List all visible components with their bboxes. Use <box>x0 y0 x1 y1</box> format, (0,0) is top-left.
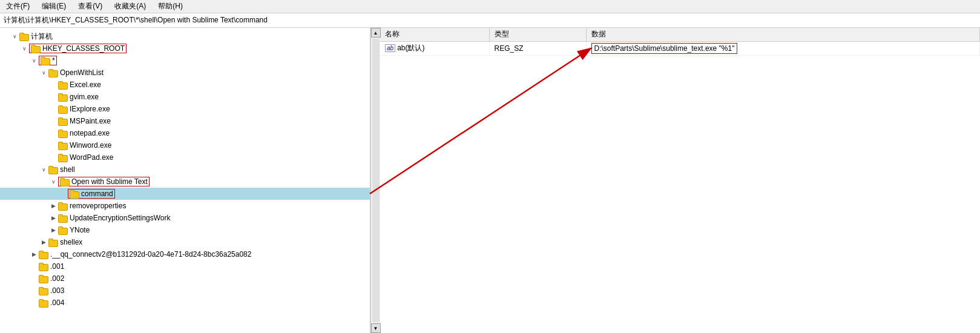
folder-icon-004 <box>39 298 48 307</box>
table-row[interactable]: abab(默认) REG_SZ D:\softParts\Sublime\sub… <box>380 41 980 55</box>
expand-icon-shellex: ▶ <box>39 237 48 247</box>
tree-label-command: command <box>81 190 113 198</box>
data-panel: 名称 类型 数据 abab(默认) REG_SZ D:\softParts\Su… <box>380 28 980 333</box>
tree-item-003[interactable]: ▶ .003 <box>0 285 370 297</box>
expand-icon-ynote: ▶ <box>48 225 58 235</box>
ab-icon: ab <box>385 44 395 52</box>
tree-item-shell[interactable]: ∨ shell <box>0 163 370 176</box>
tree-item-removeprops[interactable]: ▶ removeproperties <box>0 200 370 212</box>
folder-icon-sublime <box>60 177 70 186</box>
folder-icon-excel <box>58 81 68 89</box>
tree-item-002[interactable]: ▶ .002 <box>0 272 370 285</box>
folder-icon-gvim <box>58 93 68 101</box>
cell-value: D:\softParts\Sublime\sublime_text.exe "%… <box>586 41 980 55</box>
folder-icon-notepad <box>58 129 68 137</box>
menubar: 文件(F) 编辑(E) 查看(V) 收藏夹(A) 帮助(H) <box>0 0 980 13</box>
folder-icon-command <box>70 190 79 198</box>
folder-icon-mspaint <box>58 117 68 125</box>
address-label: 计算机 <box>4 15 25 25</box>
folder-icon-shell <box>48 165 58 174</box>
cell-name-text: ab(默认) <box>397 44 424 52</box>
tree-item-001[interactable]: ▶ .001 <box>0 260 370 272</box>
expand-icon-owlist: ∨ <box>39 68 48 77</box>
expand-icon-qqconnect: ▶ <box>29 249 39 259</box>
folder-icon-star <box>41 56 50 65</box>
folder-icon-001 <box>39 262 48 271</box>
value-highlight-box: D:\softParts\Sublime\sublime_text.exe "%… <box>591 43 738 54</box>
menu-file[interactable]: 文件(F) <box>2 1 33 12</box>
tree-label-iexplore: IExplore.exe <box>70 105 110 113</box>
folder-icon-qqconnect <box>39 250 48 259</box>
tree-item-winword[interactable]: ▶ Winword.exe <box>0 139 370 151</box>
tree-item-iexplore[interactable]: ▶ IExplore.exe <box>0 103 370 115</box>
tree-label-updateenc: UpdateEncryptionSettingsWork <box>70 214 171 222</box>
folder-icon-shellex <box>48 238 58 246</box>
folder-icon-winword <box>58 141 68 150</box>
address-path: 计算机\HKEY_CLASSES_ROOT\*\shell\Open with … <box>27 15 268 25</box>
tree-label-001: .001 <box>50 262 64 271</box>
tree-item-openwithsublime[interactable]: ∨ Open with Sublime Text <box>0 176 370 188</box>
tree-root[interactable]: ∨ 计算机 <box>0 30 370 42</box>
tree-label-star: * <box>52 56 55 65</box>
tree-label-sublime: Open with Sublime Text <box>71 177 148 186</box>
tree-item-gvim[interactable]: ▶ gvim.exe <box>0 91 370 103</box>
cell-type: REG_SZ <box>489 41 586 55</box>
tree-item-shellex[interactable]: ▶ shellex <box>0 236 370 248</box>
tree-label-shell: shell <box>60 165 75 174</box>
tree-item-command[interactable]: ▶ command <box>0 188 370 200</box>
expand-icon-removeprops: ▶ <box>48 201 58 211</box>
tree-label-004: .004 <box>50 298 64 307</box>
folder-icon-updateenc <box>58 214 68 222</box>
tree-label-wordpad: WordPad.exe <box>70 153 114 162</box>
expand-icon-updateenc: ▶ <box>48 213 58 223</box>
tree-label-owlist: OpenWithList <box>60 68 104 77</box>
tree-label-qqconnect: .__qq_connectv2@b131292d-0a20-4e71-8d24-… <box>50 250 251 259</box>
panel-wrapper: ∨ 计算机 ∨ HKEY_CLASSES_ROOT ∨ <box>0 28 380 333</box>
tree-item-updateenc[interactable]: ▶ UpdateEncryptionSettingsWork <box>0 212 370 224</box>
scroll-up-button[interactable]: ▲ <box>371 28 381 38</box>
expand-icon-star: ∨ <box>29 56 39 65</box>
col-header-data: 数据 <box>586 28 980 41</box>
folder-icon-wordpad <box>58 153 68 162</box>
scroll-down-button[interactable]: ▼ <box>371 323 381 333</box>
menu-help[interactable]: 帮助(H) <box>154 1 186 12</box>
registry-data-table: 名称 类型 数据 abab(默认) REG_SZ D:\softParts\Su… <box>380 28 980 56</box>
menu-view[interactable]: 查看(V) <box>74 1 106 12</box>
expand-icon-hkcr: ∨ <box>19 44 29 53</box>
tree-item-qqconnect[interactable]: ▶ .__qq_connectv2@b131292d-0a20-4e71-8d2… <box>0 248 370 260</box>
tree-item-ynote[interactable]: ▶ YNote <box>0 224 370 236</box>
folder-icon-hkcr <box>31 44 41 53</box>
tree-item-openwithlist[interactable]: ∨ OpenWithList <box>0 67 370 79</box>
tree-label-ynote: YNote <box>70 226 90 234</box>
tree-item-wordpad[interactable]: ▶ WordPad.exe <box>0 151 370 163</box>
tree-item-mspaint[interactable]: ▶ MSPaint.exe <box>0 115 370 127</box>
folder-icon-002 <box>39 274 48 283</box>
col-header-type: 类型 <box>489 28 586 41</box>
tree-label-winword: Winword.exe <box>70 141 111 150</box>
tree-item-hkcr[interactable]: ∨ HKEY_CLASSES_ROOT <box>0 42 370 54</box>
tree-item-excel[interactable]: ▶ Excel.exe <box>0 79 370 91</box>
tree-label-removeprops: removeproperties <box>70 202 126 210</box>
expand-icon-root: ∨ <box>10 31 19 41</box>
tree-label-excel: Excel.exe <box>70 81 101 89</box>
cell-name: abab(默认) <box>380 41 489 55</box>
tree-label-002: .002 <box>50 274 64 283</box>
col-header-name: 名称 <box>380 28 489 41</box>
expand-icon-sublime: ∨ <box>48 177 58 186</box>
folder-icon-owlist <box>48 68 58 77</box>
tree-item-notepad[interactable]: ▶ notepad.exe <box>0 127 370 139</box>
tree-root-label: 计算机 <box>31 31 53 42</box>
tree-item-star[interactable]: ∨ * <box>0 54 370 67</box>
menu-edit[interactable]: 编辑(E) <box>38 1 70 12</box>
tree-item-004[interactable]: ▶ .004 <box>0 297 370 309</box>
menu-favorites[interactable]: 收藏夹(A) <box>111 1 150 12</box>
folder-icon-ynote <box>58 226 68 234</box>
tree-scrollbar[interactable]: ▲ ▼ <box>370 28 380 333</box>
tree-label-shellex: shellex <box>60 238 82 246</box>
tree-label-hkcr: HKEY_CLASSES_ROOT <box>42 44 125 53</box>
folder-icon-iexplore <box>58 105 68 113</box>
expand-icon-shell: ∨ <box>39 165 48 174</box>
tree-panel[interactable]: ∨ 计算机 ∨ HKEY_CLASSES_ROOT ∨ <box>0 28 370 333</box>
tree-label-gvim: gvim.exe <box>70 93 99 101</box>
scroll-thumb[interactable] <box>372 39 380 322</box>
